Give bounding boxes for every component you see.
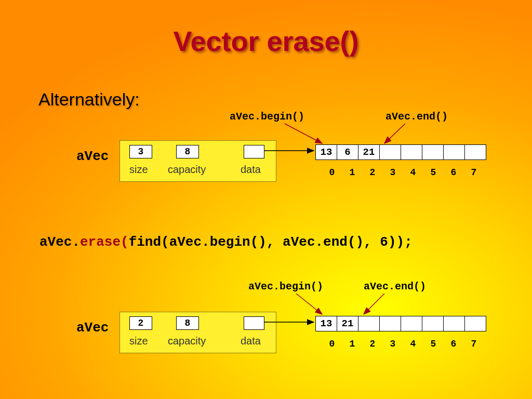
index-label: 5 <box>423 339 444 349</box>
array-cell: 21 <box>337 316 358 331</box>
array-cell <box>464 144 486 160</box>
array-cell: 13 <box>315 316 337 331</box>
data-field-1 <box>244 145 264 158</box>
svg-line-3 <box>384 124 405 143</box>
array-indices-1: 0 1 2 3 4 5 6 7 <box>322 167 484 178</box>
array-cell <box>443 144 465 160</box>
index-label: 0 <box>322 339 342 349</box>
code-erase: erase( <box>80 234 129 250</box>
size-label-2: size <box>129 335 148 347</box>
end-label-2: aVec.end() <box>364 281 426 292</box>
array-cell: 21 <box>358 144 380 160</box>
array-cell: 13 <box>315 144 337 160</box>
code-line: aVec.erase(find(aVec.begin(), aVec.end()… <box>39 234 413 250</box>
index-label: 6 <box>443 167 464 178</box>
array-cell <box>401 316 422 331</box>
vector-label-1: aVec <box>76 149 109 164</box>
index-label: 6 <box>443 339 464 349</box>
array-cell <box>422 144 444 160</box>
data-field-2 <box>244 316 264 330</box>
index-label: 1 <box>342 339 363 349</box>
index-label: 0 <box>322 167 342 178</box>
index-label: 1 <box>342 167 363 178</box>
size-field-2: 2 <box>129 316 152 330</box>
vector-label-2: aVec <box>76 320 109 336</box>
size-field-1: 3 <box>129 145 152 158</box>
array-cells-2: 13 21 <box>316 316 486 331</box>
index-label: 7 <box>463 339 484 349</box>
slide: Vector erase() Alternatively: aVec 3 8 s… <box>0 0 532 399</box>
code-pre: aVec. <box>39 234 80 250</box>
index-label: 2 <box>362 339 383 349</box>
index-label: 7 <box>463 167 484 178</box>
size-label-1: size <box>129 164 148 176</box>
vector-struct-1: 3 8 size capacity data <box>119 140 276 182</box>
array-cell: 6 <box>337 144 358 160</box>
vector-struct-2: 2 8 size capacity data <box>119 312 276 353</box>
capacity-field-1: 8 <box>176 145 199 158</box>
svg-line-2 <box>285 124 322 143</box>
array-cell <box>443 316 465 331</box>
array-cells-1: 13 6 21 <box>316 144 486 160</box>
index-label: 4 <box>403 339 423 349</box>
index-label: 5 <box>423 167 444 178</box>
data-label-2: data <box>241 335 261 347</box>
index-label: 2 <box>362 167 383 178</box>
index-label: 4 <box>403 167 423 178</box>
svg-line-4 <box>296 294 322 314</box>
begin-label-2: aVec.begin() <box>248 281 323 292</box>
array-cell <box>379 144 401 160</box>
capacity-field-2: 8 <box>176 316 199 330</box>
subheading: Alternatively: <box>38 89 140 110</box>
svg-line-5 <box>364 294 384 314</box>
begin-label-1: aVec.begin() <box>230 111 304 123</box>
slide-title: Vector erase() <box>0 25 532 57</box>
array-cell <box>464 316 486 331</box>
array-cell <box>358 316 380 331</box>
array-cell <box>422 316 444 331</box>
index-label: 3 <box>382 167 403 178</box>
array-cell <box>379 316 401 331</box>
capacity-label-2: capacity <box>168 335 206 347</box>
code-post: find(aVec.begin(), aVec.end(), 6)); <box>129 234 413 250</box>
capacity-label-1: capacity <box>168 164 206 176</box>
end-label-1: aVec.end() <box>385 111 448 123</box>
array-cell <box>401 144 422 160</box>
array-indices-2: 0 1 2 3 4 5 6 7 <box>322 339 484 349</box>
index-label: 3 <box>382 339 403 349</box>
data-label-1: data <box>241 164 261 176</box>
